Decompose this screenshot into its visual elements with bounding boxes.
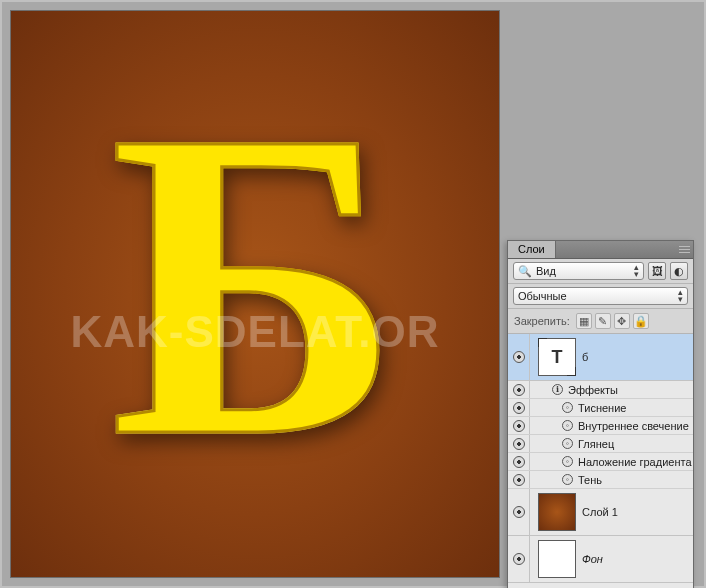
lock-label: Закрепить:	[514, 315, 570, 327]
fx-item[interactable]: ◦ Наложение градиента	[508, 453, 693, 471]
eye-icon	[513, 506, 525, 518]
eye-icon	[513, 474, 525, 486]
eye-icon	[513, 438, 525, 450]
document-canvas[interactable]: Б KAK-SDELAT.OR	[10, 10, 500, 578]
fx-icon: ℹ	[552, 384, 563, 395]
fx-item[interactable]: ◦ Тень	[508, 471, 693, 489]
fx-item[interactable]: ◦ Глянец	[508, 435, 693, 453]
fx-bullet-icon: ◦	[562, 420, 573, 431]
layer-1[interactable]: Слой 1	[508, 489, 693, 536]
filter-row: 🔍 Вид ▴▾ 🖼 ◐	[508, 259, 693, 284]
layer-thumb-bg[interactable]	[538, 493, 576, 531]
filter-adjust-button[interactable]: ◐	[670, 262, 688, 280]
fx-name: Тиснение	[578, 400, 626, 416]
lock-transparency-icon[interactable]: ▦	[576, 313, 592, 329]
lock-position-icon[interactable]: ✥	[614, 313, 630, 329]
layer-background[interactable]: Фон	[508, 536, 693, 583]
blend-mode-select[interactable]: Обычные ▴▾	[513, 287, 688, 305]
fx-name: Наложение градиента	[578, 454, 692, 470]
blend-row: Обычные ▴▾	[508, 284, 693, 309]
fx-bullet-icon: ◦	[562, 456, 573, 467]
layer-name[interactable]: Фон	[582, 553, 603, 565]
panel-tab-bar[interactable]: Слои	[508, 241, 693, 259]
layers-tab[interactable]: Слои	[508, 241, 556, 258]
visibility-toggle[interactable]	[508, 381, 530, 398]
fx-name: Тень	[578, 472, 602, 488]
fx-bullet-icon: ◦	[562, 474, 573, 485]
visibility-toggle[interactable]	[508, 453, 530, 470]
fx-item[interactable]: ◦ Тиснение	[508, 399, 693, 417]
visibility-toggle[interactable]	[508, 536, 530, 582]
search-icon: 🔍	[518, 265, 532, 278]
layer-name[interactable]: Слой 1	[582, 506, 618, 518]
effects-label: Эффекты	[568, 382, 618, 398]
lock-pixels-icon[interactable]: ✎	[595, 313, 611, 329]
eye-icon	[513, 384, 525, 396]
lock-row: Закрепить: ▦ ✎ ✥ 🔒	[508, 309, 693, 334]
blend-mode-label: Обычные	[518, 290, 567, 302]
gold-letter: Б	[110, 64, 401, 504]
layer-text[interactable]: T б	[508, 334, 693, 381]
layer-name[interactable]: б	[582, 351, 588, 363]
eye-icon	[513, 420, 525, 432]
layers-panel: Слои 🔍 Вид ▴▾ 🖼 ◐ Обычные ▴▾ Закрепить:	[507, 240, 694, 588]
image-icon: 🖼	[652, 265, 663, 277]
fx-bullet-icon: ◦	[562, 438, 573, 449]
layer-thumb-text[interactable]: T	[538, 338, 576, 376]
canvas-background: Б	[11, 11, 499, 577]
layer-thumb-white[interactable]	[538, 540, 576, 578]
layers-list: T б ℹ Эффекты ◦ Тиснение ◦ Внутренн	[508, 334, 693, 588]
visibility-toggle[interactable]	[508, 399, 530, 416]
fx-name: Внутреннее свечение	[578, 418, 689, 434]
adjust-icon: ◐	[674, 265, 684, 278]
chevron-updown-icon: ▴▾	[634, 264, 639, 278]
chevron-updown-icon: ▴▾	[678, 289, 683, 303]
app-frame: Б KAK-SDELAT.OR Слои 🔍 Вид ▴▾ 🖼 ◐ Обычны…	[2, 2, 704, 586]
lock-all-icon[interactable]: 🔒	[633, 313, 649, 329]
eye-icon	[513, 351, 525, 363]
visibility-toggle[interactable]	[508, 489, 530, 535]
visibility-toggle[interactable]	[508, 334, 530, 380]
effects-header[interactable]: ℹ Эффекты	[508, 381, 693, 399]
eye-icon	[513, 553, 525, 565]
eye-icon	[513, 402, 525, 414]
panel-menu-icon[interactable]	[679, 241, 693, 258]
visibility-toggle[interactable]	[508, 417, 530, 434]
visibility-toggle[interactable]	[508, 435, 530, 452]
fx-item[interactable]: ◦ Внутреннее свечение	[508, 417, 693, 435]
filter-type-label: Вид	[536, 265, 556, 277]
fx-bullet-icon: ◦	[562, 402, 573, 413]
visibility-toggle[interactable]	[508, 471, 530, 488]
fx-name: Глянец	[578, 436, 614, 452]
eye-icon	[513, 456, 525, 468]
filter-type-select[interactable]: 🔍 Вид ▴▾	[513, 262, 644, 280]
filter-image-button[interactable]: 🖼	[648, 262, 666, 280]
